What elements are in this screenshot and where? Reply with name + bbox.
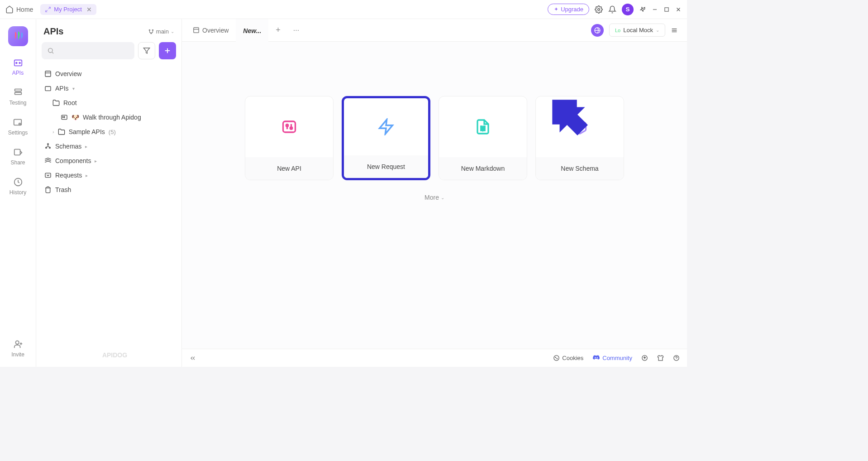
menu-icon[interactable] [671, 27, 678, 34]
tree-trash[interactable]: Trash [40, 182, 178, 197]
discord-icon [592, 354, 600, 362]
card-label: New API [245, 157, 333, 180]
svg-rect-9 [14, 92, 21, 95]
project-icon [45, 6, 51, 13]
svg-point-39 [286, 125, 288, 127]
brand-icon [91, 351, 100, 360]
svg-rect-12 [14, 149, 20, 155]
search-input[interactable] [42, 42, 134, 59]
svg-point-6 [15, 62, 17, 64]
dog-emoji-icon: 🐶 [72, 114, 79, 121]
tree-sample-apis[interactable]: › Sample APIs (5) [40, 125, 178, 139]
rail-apis[interactable]: APIs [12, 57, 24, 76]
shirt-icon[interactable] [657, 355, 664, 361]
bell-icon[interactable] [608, 5, 616, 14]
svg-rect-30 [45, 173, 51, 177]
tabbar: Overview New... + ··· Lo Local Mock ⌄ [182, 19, 687, 42]
upload-icon[interactable] [641, 355, 648, 361]
logo-icon [12, 30, 24, 43]
home-button[interactable]: Home [5, 5, 33, 14]
tab-overview[interactable]: Overview [186, 19, 236, 42]
branch-icon [148, 29, 154, 35]
svg-point-27 [48, 144, 49, 145]
svg-rect-31 [194, 28, 199, 33]
more-link[interactable]: More ⌄ [424, 194, 444, 201]
brand-footer: APIDOG [36, 343, 181, 367]
chevron-down-icon: ⌄ [171, 29, 174, 34]
rail-invite[interactable]: Invite [11, 339, 24, 358]
svg-line-19 [52, 52, 53, 53]
community-button[interactable]: Community [592, 354, 632, 362]
content: Overview New... + ··· Lo Local Mock ⌄ [182, 19, 687, 367]
pin-icon[interactable] [639, 6, 646, 13]
svg-point-28 [46, 147, 47, 149]
api-folder-icon [44, 85, 52, 92]
cookies-button[interactable]: Cookies [553, 355, 583, 361]
add-button[interactable] [159, 42, 176, 59]
tab-new[interactable]: New... [236, 19, 268, 42]
svg-point-16 [152, 29, 153, 30]
card-label: New Markdown [439, 157, 527, 180]
svg-point-0 [598, 8, 600, 10]
titlebar: Home My Project ✕ Upgrade S [0, 0, 687, 19]
search-icon [47, 47, 54, 54]
tree-apis[interactable]: APIs ▾ [40, 81, 178, 96]
settings-rail-icon [12, 117, 23, 128]
avatar[interactable]: S [622, 4, 634, 15]
tree-requests[interactable]: Requests ▸ [40, 168, 178, 182]
new-request-icon [377, 118, 395, 135]
rail-share[interactable]: Share [10, 147, 25, 166]
share-rail-icon [13, 147, 24, 158]
svg-point-45 [557, 358, 557, 359]
maximize-icon[interactable] [663, 6, 670, 13]
help-icon[interactable] [673, 355, 680, 361]
svg-point-15 [149, 29, 150, 30]
card-new-api[interactable]: New API [245, 96, 334, 180]
tree-walkthrough[interactable]: 🐶 Walk through Apidog [40, 110, 178, 125]
card-label: New Schema [536, 157, 624, 180]
sparkle-icon [553, 7, 559, 12]
chevron-down-icon: ⌄ [656, 28, 659, 33]
chevron-icon: ▸ [86, 173, 88, 178]
svg-rect-23 [45, 71, 51, 77]
collapse-icon[interactable] [189, 355, 196, 362]
rail-settings[interactable]: Settings [8, 117, 28, 136]
rail-history[interactable]: History [10, 177, 26, 196]
filter-button[interactable] [138, 42, 155, 59]
close-tab-icon[interactable]: ✕ [86, 6, 92, 13]
minimize-icon[interactable] [652, 6, 658, 13]
svg-rect-25 [45, 86, 51, 91]
settings-icon[interactable] [595, 5, 603, 14]
tab-more-button[interactable]: ··· [288, 26, 305, 34]
bottombar: Cookies Community [182, 349, 687, 367]
card-new-markdown[interactable]: M New Markdown [439, 96, 527, 180]
project-name: My Project [54, 6, 81, 13]
chevron-icon: ▸ [95, 158, 97, 163]
app-logo[interactable] [8, 26, 28, 46]
svg-text:M: M [481, 125, 485, 132]
tree-components[interactable]: Components ▸ [40, 154, 178, 168]
project-tab[interactable]: My Project ✕ [40, 4, 96, 15]
upgrade-button[interactable]: Upgrade [548, 4, 589, 15]
rail-testing[interactable]: Testing [9, 87, 26, 106]
svg-rect-38 [283, 121, 296, 132]
chevron-icon: ▾ [72, 86, 75, 91]
new-markdown-icon: M [475, 119, 491, 135]
svg-marker-20 [143, 48, 149, 53]
card-new-request[interactable]: New Request [342, 96, 430, 180]
branch-selector[interactable]: main ⌄ [148, 28, 174, 35]
env-button[interactable] [591, 24, 604, 37]
annotation-arrow-icon [530, 78, 612, 159]
tree-root[interactable]: Root [40, 96, 178, 110]
folder-icon [52, 99, 60, 106]
invite-rail-icon [13, 339, 24, 350]
tab-add-button[interactable]: + [268, 25, 288, 35]
close-window-icon[interactable] [675, 6, 682, 13]
testing-rail-icon [13, 87, 24, 98]
tree-overview[interactable]: Overview [40, 67, 178, 81]
overview-icon [44, 70, 52, 77]
svg-point-18 [48, 48, 52, 53]
tree-schemas[interactable]: Schemas ▸ [40, 139, 178, 154]
env-select[interactable]: Lo Local Mock ⌄ [609, 24, 665, 37]
plus-icon [163, 47, 172, 55]
